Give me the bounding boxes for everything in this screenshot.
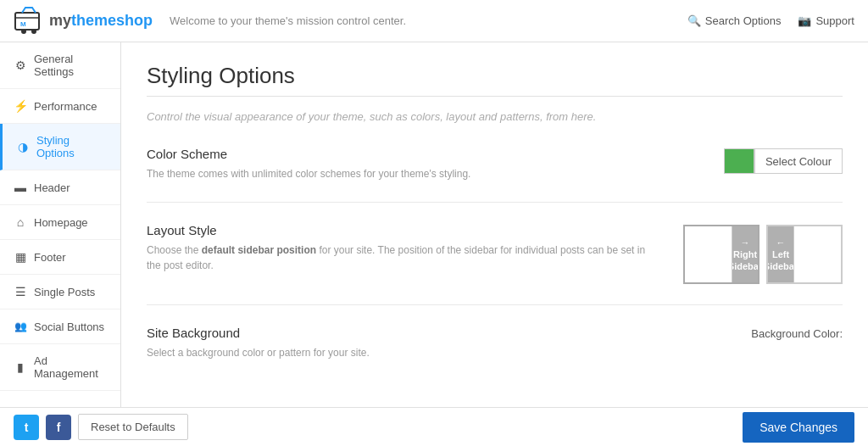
header-left: M mythemeshop Welcome to your theme's mi… bbox=[14, 6, 406, 36]
site-background-desc: Select a background color or pattern for… bbox=[147, 345, 726, 360]
sidebar-label-social-buttons: Social Buttons bbox=[34, 321, 104, 333]
sidebar-label-ad-management: Ad Management bbox=[34, 354, 107, 380]
color-scheme-control: Select Colour bbox=[724, 147, 843, 174]
twitter-icon: t bbox=[25, 421, 29, 434]
site-background-label: Site Background bbox=[147, 326, 726, 340]
sidebar-item-social-buttons[interactable]: 👥 Social Buttons bbox=[0, 309, 120, 344]
search-options-label: Search Options bbox=[705, 14, 782, 27]
color-scheme-row: Color Scheme The theme comes with unlimi… bbox=[147, 147, 843, 181]
support-icon: 📷 bbox=[798, 14, 811, 27]
left-arrow-icon: ← bbox=[776, 237, 786, 248]
sidebar-item-homepage[interactable]: ⌂ Homepage bbox=[0, 205, 120, 240]
layout-style-section: Layout Style Choose the default sidebar … bbox=[147, 223, 843, 305]
page-description: Control the visual appearance of your th… bbox=[147, 110, 843, 123]
layout-style-row: Layout Style Choose the default sidebar … bbox=[147, 223, 843, 284]
support-button[interactable]: 📷 Support bbox=[798, 14, 854, 27]
sidebar-item-footer[interactable]: ▦ Footer bbox=[0, 240, 120, 275]
support-label: Support bbox=[815, 14, 854, 27]
sidebar-label-header: Header bbox=[34, 181, 70, 194]
header: M mythemeshop Welcome to your theme's mi… bbox=[0, 0, 868, 42]
site-background-info: Site Background Select a background colo… bbox=[147, 326, 726, 360]
svg-point-1 bbox=[21, 29, 26, 34]
footer-left: t f Reset to Defaults bbox=[14, 414, 188, 440]
reset-defaults-button[interactable]: Reset to Defaults bbox=[78, 414, 188, 440]
footer-icon: ▦ bbox=[14, 250, 27, 264]
logo-text: mythemeshop bbox=[49, 12, 153, 30]
social-icon: 👥 bbox=[14, 320, 27, 333]
performance-icon: ⚡ bbox=[14, 99, 27, 113]
site-background-control: Background Color: bbox=[751, 326, 843, 340]
header-icon: ▬ bbox=[14, 181, 27, 194]
layout-style-label: Layout Style bbox=[147, 223, 658, 237]
sidebar-label-single-posts: Single Posts bbox=[34, 286, 95, 298]
facebook-button[interactable]: f bbox=[46, 415, 71, 440]
search-options-button[interactable]: 🔍 Search Options bbox=[687, 14, 782, 27]
background-color-label: Background Color: bbox=[751, 327, 843, 340]
page-title: Styling Options bbox=[147, 63, 843, 89]
right-sidebar-text: RightSidebar bbox=[728, 248, 760, 273]
select-colour-button[interactable]: Select Colour bbox=[754, 148, 843, 174]
svg-rect-0 bbox=[15, 13, 39, 30]
sidebar-label-homepage: Homepage bbox=[34, 216, 88, 229]
facebook-icon: f bbox=[57, 421, 61, 434]
color-scheme-info: Color Scheme The theme comes with unlimi… bbox=[147, 147, 698, 181]
sidebar: ⚙ General Settings ⚡ Performance ◑ Styli… bbox=[0, 42, 121, 407]
single-posts-icon: ☰ bbox=[14, 285, 27, 298]
header-tagline: Welcome to your theme's mission control … bbox=[170, 14, 406, 27]
logo: M mythemeshop bbox=[14, 6, 153, 36]
sidebar-item-single-posts[interactable]: ☰ Single Posts bbox=[0, 275, 120, 309]
right-arrow-icon: → bbox=[741, 237, 750, 248]
sidebar-item-header[interactable]: ▬ Header bbox=[0, 170, 120, 205]
svg-text:M: M bbox=[20, 20, 26, 28]
site-background-section: Site Background Select a background colo… bbox=[147, 326, 843, 381]
save-changes-button[interactable]: Save Changes bbox=[743, 412, 854, 443]
logo-icon: M bbox=[14, 6, 44, 36]
footer-bar: t f Reset to Defaults Save Changes bbox=[0, 407, 868, 446]
page-divider bbox=[147, 96, 843, 97]
sidebar-label-footer: Footer bbox=[34, 251, 66, 264]
header-right: 🔍 Search Options 📷 Support bbox=[687, 14, 854, 27]
left-sidebar-option[interactable]: ← LeftSidebar bbox=[766, 225, 843, 284]
gear-icon: ⚙ bbox=[14, 59, 27, 72]
main-layout: ⚙ General Settings ⚡ Performance ◑ Styli… bbox=[0, 42, 868, 407]
color-scheme-label: Color Scheme bbox=[147, 147, 698, 161]
search-icon: 🔍 bbox=[687, 14, 701, 27]
twitter-button[interactable]: t bbox=[14, 415, 39, 440]
color-scheme-desc: The theme comes with unlimited color sch… bbox=[147, 166, 698, 181]
layout-style-desc: Choose the default sidebar position for … bbox=[147, 243, 658, 273]
sidebar-label-styling-options: Styling Options bbox=[36, 134, 107, 159]
sidebar-item-ad-management[interactable]: ▮ Ad Management bbox=[0, 344, 120, 391]
ad-icon: ▮ bbox=[14, 360, 27, 374]
sidebar-item-general-settings[interactable]: ⚙ General Settings bbox=[0, 42, 120, 89]
content-area: Styling Options Control the visual appea… bbox=[121, 42, 868, 407]
home-icon: ⌂ bbox=[14, 215, 27, 229]
styling-icon: ◑ bbox=[16, 140, 30, 153]
sidebar-item-performance[interactable]: ⚡ Performance bbox=[0, 89, 120, 124]
sidebar-item-styling-options[interactable]: ◑ Styling Options bbox=[0, 124, 120, 170]
layout-style-control: → RightSidebar ← LeftSidebar bbox=[683, 223, 843, 284]
sidebar-label-general-settings: General Settings bbox=[34, 53, 107, 78]
right-sidebar-option[interactable]: → RightSidebar bbox=[683, 225, 760, 284]
color-swatch[interactable] bbox=[724, 148, 754, 174]
site-background-row: Site Background Select a background colo… bbox=[147, 326, 843, 360]
sidebar-label-performance: Performance bbox=[34, 100, 97, 113]
layout-style-info: Layout Style Choose the default sidebar … bbox=[147, 223, 658, 273]
svg-point-2 bbox=[31, 29, 36, 34]
color-scheme-section: Color Scheme The theme comes with unlimi… bbox=[147, 147, 843, 203]
